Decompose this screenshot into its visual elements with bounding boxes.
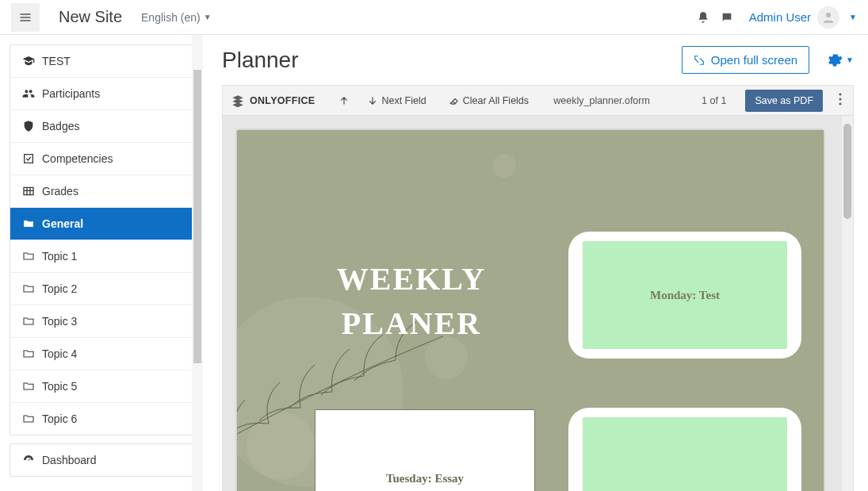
planner-card-monday[interactable]: Monday: Test <box>568 232 801 359</box>
folder-icon <box>21 315 36 328</box>
decorative-circle <box>247 412 315 480</box>
sidebar: TEST Participants Badges Competencies Gr… <box>0 35 203 491</box>
onlyoffice-mark-icon <box>231 94 245 108</box>
clear-all-fields-label: Clear All Fields <box>463 95 529 106</box>
bell-icon <box>697 11 709 24</box>
arrow-up-icon <box>338 95 350 106</box>
open-full-screen-button[interactable]: Open full screen <box>682 46 809 74</box>
svg-point-0 <box>826 13 831 17</box>
language-label: English (en) <box>141 11 201 24</box>
onlyoffice-logo: ONLYOFFICE <box>231 94 315 108</box>
prev-field-button[interactable] <box>334 92 358 109</box>
user-menu-link[interactable]: Admin User <box>749 10 811 24</box>
editor-scrollbar-thumb[interactable] <box>843 124 851 219</box>
sidebar-item-label: Topic 2 <box>42 282 77 295</box>
users-icon <box>21 87 36 100</box>
messages-button[interactable] <box>716 6 738 29</box>
more-menu-button[interactable] <box>835 90 845 111</box>
sidebar-item-label: Topic 1 <box>42 250 77 263</box>
sidebar-item-label: Grades <box>42 185 78 198</box>
user-menu-caret-icon[interactable]: ▼ <box>849 13 857 21</box>
sidebar-item-participants[interactable]: Participants <box>10 78 193 110</box>
planner-card-tuesday[interactable]: Tuesday: Essay <box>315 409 535 491</box>
sidebar-item-topic-5[interactable]: Topic 5 <box>10 370 193 403</box>
editor-toolbar: ONLYOFFICE Next Field Clear All Fields w… <box>223 86 853 116</box>
sidebar-item-badges[interactable]: Badges <box>10 110 193 143</box>
sidebar-item-label: Topic 5 <box>42 380 77 393</box>
site-brand[interactable]: New Site <box>59 8 122 26</box>
next-field-label: Next Field <box>381 95 426 106</box>
expand-icon <box>694 55 705 66</box>
check-square-icon <box>21 152 36 165</box>
folder-icon <box>21 217 36 230</box>
sidebar-item-label: Topic 6 <box>42 412 77 425</box>
document-editor: ONLYOFFICE Next Field Clear All Fields w… <box>222 85 854 491</box>
caret-down-icon: ▼ <box>846 56 854 64</box>
caret-down-icon: ▼ <box>204 13 212 21</box>
page-title: Planner <box>222 48 682 73</box>
sidebar-item-label: Dashboard <box>42 454 97 466</box>
top-navbar: New Site English (en) ▼ Admin User ▼ <box>0 0 868 35</box>
sidebar-item-general[interactable]: General <box>10 208 193 240</box>
document-title-line2: PLANER <box>316 301 507 346</box>
sidebar-item-topic-4[interactable]: Topic 4 <box>10 338 193 370</box>
sidebar-item-label: Competencies <box>42 152 113 165</box>
sidebar-item-label: General <box>42 217 83 230</box>
sidebar-item-label: Topic 3 <box>42 315 77 328</box>
svg-point-3 <box>839 102 841 105</box>
language-switcher[interactable]: English (en) ▼ <box>141 11 212 24</box>
graduation-cap-icon <box>21 55 36 67</box>
open-full-screen-label: Open full screen <box>711 53 797 67</box>
clear-all-fields-button[interactable]: Clear All Fields <box>444 92 533 109</box>
onlyoffice-label: ONLYOFFICE <box>250 95 315 106</box>
folder-icon <box>21 282 36 295</box>
sidebar-item-topic-1[interactable]: Topic 1 <box>10 240 193 273</box>
dashboard-icon <box>21 454 36 466</box>
editor-canvas[interactable]: WEEKLY PLANER Monday: Test Tuesday: Essa… <box>223 116 853 491</box>
save-as-pdf-button[interactable]: Save as PDF <box>745 90 823 112</box>
document-filename: weekly_planner.oform <box>553 95 650 106</box>
table-icon <box>21 185 36 198</box>
folder-icon <box>21 412 36 425</box>
document-page: WEEKLY PLANER Monday: Test Tuesday: Essa… <box>237 130 824 491</box>
sidebar-item-topic-2[interactable]: Topic 2 <box>10 273 193 305</box>
planner-card-monday-label: Monday: Test <box>568 289 801 302</box>
avatar-placeholder-icon <box>821 10 835 25</box>
dots-vertical-icon <box>839 93 842 105</box>
document-title-line1: WEEKLY <box>316 257 507 301</box>
decorative-circle <box>492 154 516 178</box>
document-title: WEEKLY PLANER <box>316 257 507 346</box>
folder-icon <box>21 250 36 263</box>
editor-scrollbar[interactable] <box>842 116 853 491</box>
sidebar-item-label: TEST <box>42 55 71 67</box>
folder-icon <box>21 380 36 393</box>
sidebar-item-dashboard[interactable]: Dashboard <box>10 444 193 476</box>
svg-point-2 <box>839 98 841 100</box>
eraser-icon <box>449 95 460 106</box>
avatar[interactable] <box>817 6 839 29</box>
main-area: Planner Open full screen ▼ ONLYOFFICE <box>203 35 868 491</box>
arrow-down-icon <box>367 95 378 106</box>
page-counter: 1 of 1 <box>702 95 726 106</box>
planner-card-next[interactable] <box>568 408 801 491</box>
folder-icon <box>21 347 36 360</box>
sidebar-item-test[interactable]: TEST <box>10 45 193 78</box>
hamburger-icon <box>19 11 32 24</box>
shield-icon <box>21 120 36 132</box>
next-field-button[interactable]: Next Field <box>362 92 430 109</box>
gear-icon <box>827 52 843 68</box>
sidebar-item-topic-3[interactable]: Topic 3 <box>10 305 193 338</box>
sidebar-item-label: Topic 4 <box>42 347 77 360</box>
sidebar-item-competencies[interactable]: Competencies <box>10 143 193 175</box>
sidebar-item-grades[interactable]: Grades <box>10 175 193 208</box>
sidebar-item-label: Badges <box>42 120 79 132</box>
planner-field-next[interactable] <box>583 417 787 491</box>
chat-icon <box>721 11 733 24</box>
sidebar-item-topic-6[interactable]: Topic 6 <box>10 403 193 435</box>
sidebar-item-label: Participants <box>42 87 100 100</box>
settings-menu-button[interactable]: ▼ <box>827 52 854 68</box>
notifications-button[interactable] <box>692 6 714 29</box>
planner-card-tuesday-label: Tuesday: Essay <box>315 472 534 485</box>
svg-point-1 <box>839 93 841 95</box>
hamburger-button[interactable] <box>11 3 40 32</box>
